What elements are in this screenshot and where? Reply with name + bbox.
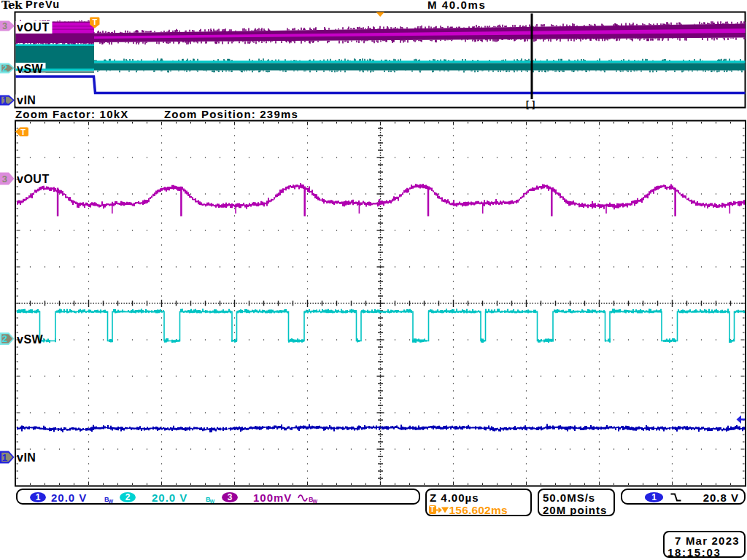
overview-label-vsw: vSW [17,63,43,76]
arrow-right-icon [436,508,441,512]
ch1-badge: 1 [30,492,46,502]
main-ch2-marker-number: 2 [2,333,7,344]
main-ch1-marker[interactable]: 1 [0,451,15,464]
overview-label-vout: vOUT [17,21,50,34]
trigger-slope-icon [670,493,681,502]
datetime-box: 7 Mar 2023 18:15:03 [663,531,746,558]
ch2-bandwidth-icon: BW [206,491,215,505]
overview-ch1-marker[interactable]: 1 [0,96,15,106]
main-label-vin: vIN [17,451,36,464]
date-readout: 7 Mar 2023 [675,534,740,547]
overview-ch1-marker-number: 1 [2,96,7,106]
zoom-factor-label: Zoom Factor: 10kX [15,108,128,120]
overview-ch2-marker[interactable]: 2 [0,63,15,74]
acquisition-box[interactable]: 50.0MS/s 20M points [538,489,615,516]
oscilloscope-screen: TT321321 Tek PreVu M 40.0ms Zoom Factor:… [0,0,747,560]
ch3-scale-readout[interactable]: 100mV [253,491,292,504]
trigger-source-badge: 1 [645,492,663,502]
overview-ch3-marker[interactable]: 3 [0,21,15,31]
scope-graphics: TT321321 [0,0,747,560]
triangle-down-icon [441,507,449,513]
main-trigger-flag-letter: T [20,128,26,136]
main-label-vout: vOUT [17,173,50,186]
main-ch2-marker[interactable]: 2 [0,332,15,345]
ch3-badge: 3 [222,492,238,502]
overview-ch3-marker-number: 3 [2,21,7,31]
tek-logo: Tek [1,0,22,12]
overview-waveforms [16,20,746,106]
main-ch3-marker-number: 3 [2,174,7,184]
zoom-scale-readout: Z 4.00µs [430,491,479,504]
zoom-position-line[interactable] [531,14,533,100]
record-length-readout: 20M points [543,504,607,516]
overview-trigger-flag-letter: T [92,18,97,26]
ch3-ac-coupling-icon [298,494,308,502]
main-ch3-marker[interactable]: 3 [0,173,15,185]
main-label-vsw: vSW [17,333,43,346]
trigger-readout-box[interactable]: 1 20.8 V [621,489,746,505]
acquisition-status: PreVu [26,0,60,10]
sample-rate-readout: 50.0MS/s [543,491,595,504]
ch2-badge: 2 [120,492,136,502]
main-ch1-marker-number: 1 [2,452,7,463]
time-readout: 18:15:03 [667,546,721,559]
ch1-scale-readout[interactable]: 20.0 V [51,491,87,504]
zoom-delay-readout: 156.602ms [449,504,508,517]
overview-ch2-marker-number: 2 [2,63,7,74]
ch1-bandwidth-icon: BW [104,491,114,505]
ch2-scale-readout[interactable]: 20.0 V [152,491,187,504]
timebase-readout: M 40.0ms [427,0,486,11]
trigger-level-readout: 20.8 V [703,491,739,504]
zoom-window-bracket[interactable]: [ ] [526,99,535,109]
zoom-timebase-box[interactable]: Z 4.00µs T 156.602ms [425,489,532,516]
ch3-bandwidth-icon: BW [309,491,318,505]
channel-readout-box[interactable]: 1 20.0 V BW 2 20.0 V BW 3 100mV BW [16,489,420,505]
zoom-position-label: Zoom Position: 239ms [164,108,298,120]
overview-label-vin: vIN [17,94,36,107]
